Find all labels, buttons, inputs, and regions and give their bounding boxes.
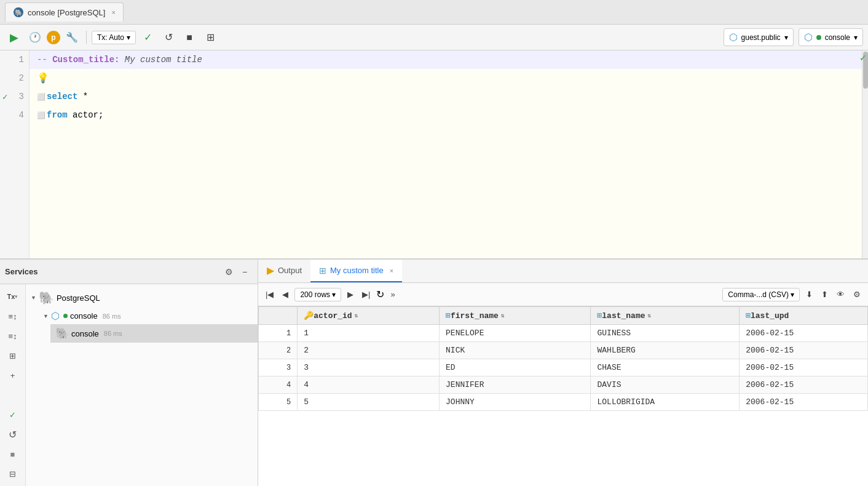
main-tab[interactable]: 🐘 console [PostgreSQL] ×: [5, 2, 124, 22]
services-gear-button[interactable]: ⚙: [221, 264, 237, 280]
commit-button[interactable]: ✓: [138, 29, 157, 46]
tree-postgresql[interactable]: ▼ 🐘 PostgreSQL: [26, 288, 258, 308]
console-sub-time: 86 ms: [104, 330, 122, 337]
table-body: 1 1 PENELOPE GUINESS 2006-02-15 2 2 NICK…: [259, 325, 868, 411]
next-page-button[interactable]: ▶: [345, 289, 356, 300]
code-content[interactable]: -- Custom_title: My custom title 💡 ⬜sele…: [30, 50, 862, 258]
console-online-dot: [63, 314, 68, 318]
th-first-name[interactable]: ⊞ first_name ⇅: [440, 307, 591, 325]
th-rownum: [259, 307, 298, 325]
row-5-last-upd: 2006-02-15: [740, 394, 868, 411]
services-minus-button[interactable]: −: [237, 264, 253, 280]
table-row[interactable]: 2 2 NICK WAHLBERG 2006-02-15: [259, 342, 868, 359]
first-name-sort-icon[interactable]: ⇅: [501, 312, 505, 319]
tx-left-label: Tx ▾: [3, 288, 23, 305]
console-dropdown[interactable]: ⬡ console ▾: [799, 28, 863, 46]
bottom-panel: Services ⚙ − Tx ▾ ≡↕ ≡↕ ⊞ + ✓ ↺: [0, 260, 868, 486]
stop-left-button[interactable]: ■: [3, 445, 23, 463]
row-4-last-name: DAVIS: [591, 376, 740, 394]
select-keyword: select: [47, 92, 77, 102]
schema-icon: ⬡: [729, 31, 738, 43]
run-button[interactable]: ▶: [5, 29, 23, 46]
tree-console-group[interactable]: ▼ ⬡ console 86 ms: [38, 308, 258, 324]
services-title: Services: [5, 267, 221, 276]
table-header-row: 🔑 actor_id ⇅ ⊞ first_name ⇅: [259, 307, 868, 325]
code-line-3: ⬜select *: [30, 87, 862, 106]
services-content: Tx ▾ ≡↕ ≡↕ ⊞ + ✓ ↺ ■ ⊟ ▼: [0, 284, 258, 486]
table-row[interactable]: 4 4 JENNIFER DAVIS 2006-02-15: [259, 376, 868, 394]
row-2-actor-id: 2: [298, 342, 440, 359]
stop-button[interactable]: ■: [180, 29, 199, 46]
th-last-upd-label: last_upd: [751, 311, 789, 321]
title-bar: 🐘 console [PostgreSQL] ×: [0, 0, 868, 25]
th-actor-id[interactable]: 🔑 actor_id ⇅: [298, 307, 440, 325]
tab-custom-title-label: My custom title: [330, 266, 384, 275]
table-settings-button[interactable]: ⚙: [851, 289, 863, 300]
th-last-name-label: last_name: [602, 311, 645, 321]
first-name-col-icon: ⊞: [446, 311, 451, 321]
settings-button[interactable]: 🔧: [63, 29, 81, 46]
add-button[interactable]: +: [3, 367, 23, 384]
toolbar-right: ⬡ guest.public ▾ ⬡ console ▾: [724, 28, 863, 46]
last-name-sort-icon[interactable]: ⇅: [648, 312, 652, 319]
services-tree[interactable]: ▼ 🐘 PostgreSQL ▼ ⬡ console 86 ms: [26, 284, 258, 486]
tab-output[interactable]: ▶ Output: [258, 260, 310, 282]
th-last-upd[interactable]: ⊞ last_upd: [740, 307, 868, 325]
view-button[interactable]: 👁: [834, 289, 847, 300]
tab-close-icon[interactable]: ×: [390, 267, 393, 274]
last-name-col-icon: ⊞: [597, 311, 602, 321]
table-row[interactable]: 3 3 ED CHASE 2006-02-15: [259, 359, 868, 376]
last-page-button[interactable]: ▶|: [360, 289, 373, 300]
filter-button[interactable]: ≡↕: [3, 308, 23, 325]
editor-scrollbar[interactable]: ✓: [862, 50, 868, 258]
console-status-dot: [816, 35, 821, 40]
console-time: 86 ms: [103, 313, 121, 320]
actor-id-key-icon: 🔑: [304, 311, 314, 321]
row-4-first-name: JENNIFER: [440, 376, 591, 394]
th-last-name[interactable]: ⊞ last_name ⇅: [591, 307, 740, 325]
rows-dropdown[interactable]: 200 rows ▾: [294, 288, 341, 301]
output-arrow-icon: ▶: [267, 265, 274, 276]
row-5-num: 5: [259, 394, 298, 411]
row-2-num: 2: [259, 342, 298, 359]
schema-dropdown[interactable]: ⬡ guest.public ▾: [724, 28, 794, 46]
commit-left-button[interactable]: ✓: [3, 406, 23, 423]
main-area: 1 2 ✓ 3 4 -- Custom_title: My custom tit…: [0, 50, 868, 486]
tab-close-button[interactable]: ×: [111, 9, 115, 16]
upload-button[interactable]: ⬆: [819, 289, 831, 300]
profile-button[interactable]: p: [47, 31, 60, 44]
actor-id-sort-icon[interactable]: ⇅: [355, 312, 358, 319]
grid-button[interactable]: ⊞: [201, 29, 219, 46]
tab-custom-title[interactable]: ⊞ My custom title ×: [310, 260, 402, 282]
layout-left-button[interactable]: ⊟: [3, 465, 23, 482]
comment-prefix: --: [37, 55, 52, 65]
prev-page-button[interactable]: ◀: [280, 289, 291, 300]
more-button[interactable]: »: [388, 289, 397, 300]
new-connection-button[interactable]: ⊞: [3, 347, 23, 364]
from-block-icon: ⬜: [37, 111, 45, 119]
main-toolbar: ▶ 🕐 p 🔧 Tx: Auto ▾ ✓ ↺ ■ ⊞ ⬡ guest.publi…: [0, 25, 868, 50]
data-table-wrap[interactable]: 🔑 actor_id ⇅ ⊞ first_name ⇅: [258, 306, 868, 486]
table-head: 🔑 actor_id ⇅ ⊞ first_name ⇅: [259, 307, 868, 325]
rows-label: 200 rows: [300, 290, 330, 299]
tx-dropdown[interactable]: Tx: Auto ▾: [92, 31, 136, 44]
custom-title-value: My custom title: [119, 55, 202, 65]
first-page-button[interactable]: |◀: [263, 289, 276, 300]
table-row[interactable]: 1 1 PENELOPE GUINESS 2006-02-15: [259, 325, 868, 342]
annotation-label: Custom_title:: [52, 55, 119, 65]
select-block-icon: ⬜: [37, 93, 45, 101]
table-row[interactable]: 5 5 JOHNNY LOLLOBRIGIDA 2006-02-15: [259, 394, 868, 411]
refresh-button[interactable]: ↻: [376, 289, 384, 300]
row-2-first-name: NICK: [440, 342, 591, 359]
undo-button[interactable]: ↺: [159, 29, 178, 46]
rollback-left-button[interactable]: ↺: [3, 426, 23, 443]
last-upd-col-icon: ⊞: [746, 311, 751, 321]
history-button[interactable]: 🕐: [26, 29, 44, 46]
tx-label: Tx: Auto: [97, 33, 124, 42]
tree-console-item[interactable]: 🐘 console 86 ms: [50, 324, 258, 343]
rows-chevron-icon: ▾: [332, 290, 336, 299]
csv-dropdown[interactable]: Comma-...d (CSV) ▾: [722, 288, 800, 301]
filter2-button[interactable]: ≡↕: [3, 327, 23, 345]
console-db-icon: 🐘: [55, 327, 69, 340]
download-button[interactable]: ⬇: [803, 289, 815, 300]
